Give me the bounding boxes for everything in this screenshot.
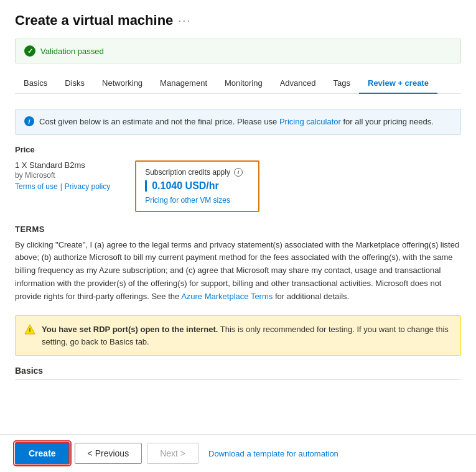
content-area: Cost given below is an estimate and not … <box>15 94 461 386</box>
validation-text: Validation passed <box>40 47 104 56</box>
privacy-policy-link[interactable]: Privacy policy <box>65 182 110 191</box>
link-separator: | <box>60 182 62 191</box>
terms-title: TERMS <box>15 224 461 234</box>
terms-text: By clicking "Create", I (a) agree to the… <box>15 239 461 303</box>
info-text-after: for all your pricing needs. <box>341 117 434 126</box>
previous-button[interactable]: < Previous <box>75 443 142 464</box>
svg-text:!: ! <box>29 327 31 333</box>
price-row: 1 X Standard B2ms by Microsoft Terms of … <box>15 160 461 212</box>
tab-disks[interactable]: Disks <box>56 73 93 94</box>
info-text-before: Cost given below is an estimate and not … <box>39 117 279 126</box>
azure-marketplace-terms-link[interactable]: Azure Marketplace Terms <box>181 292 273 301</box>
tab-basics[interactable]: Basics <box>15 73 56 94</box>
info-banner: Cost given below is an estimate and not … <box>15 109 461 135</box>
credits-title-text: Subscription credits apply <box>145 168 230 177</box>
validation-banner: Validation passed <box>15 39 461 63</box>
warning-icon: ! <box>24 324 35 335</box>
page-title-dots: ··· <box>178 14 191 27</box>
terms-text-after: for additional details. <box>273 292 349 301</box>
info-text: Cost given below is an estimate and not … <box>39 116 434 128</box>
price-links: Terms of use | Privacy policy <box>15 182 110 191</box>
create-button[interactable]: Create <box>15 442 70 465</box>
credits-link: Pricing for other VM sizes <box>145 195 250 205</box>
tab-management[interactable]: Management <box>151 73 216 94</box>
credits-title-row: Subscription credits apply i <box>145 168 250 177</box>
vm-publisher: by Microsoft <box>15 171 110 180</box>
warning-banner: ! You have set RDP port(s) open to the i… <box>15 315 461 356</box>
warning-text: You have set RDP port(s) open to the int… <box>42 323 452 348</box>
credits-box: Subscription credits apply i 0.1040 USD/… <box>135 160 259 212</box>
next-button[interactable]: Next > <box>147 443 198 464</box>
warning-bold-text: You have set RDP port(s) open to the int… <box>42 325 218 334</box>
download-template-link[interactable]: Download a template for automation <box>208 449 338 458</box>
tab-networking[interactable]: Networking <box>93 73 151 94</box>
basics-title: Basics <box>15 366 461 380</box>
page-title: Create a virtual machine <box>15 12 173 29</box>
tab-tags[interactable]: Tags <box>325 73 359 94</box>
price-section: Price 1 X Standard B2ms by Microsoft Ter… <box>15 145 461 212</box>
credits-info-icon[interactable]: i <box>234 168 243 177</box>
validation-check-icon <box>24 45 35 57</box>
basics-section: Basics <box>15 366 461 380</box>
info-icon <box>24 116 34 126</box>
tab-navigation: Basics Disks Networking Management Monit… <box>15 73 461 94</box>
tab-monitoring[interactable]: Monitoring <box>216 73 271 94</box>
pricing-calculator-link[interactable]: Pricing calculator <box>279 117 341 126</box>
other-vm-sizes-link[interactable]: Pricing for other VM sizes <box>145 196 230 205</box>
credits-price: 0.1040 USD/hr <box>145 180 250 192</box>
price-left: 1 X Standard B2ms by Microsoft Terms of … <box>15 160 110 191</box>
terms-of-use-link[interactable]: Terms of use <box>15 182 58 191</box>
price-label: Price <box>15 145 461 154</box>
footer: Create < Previous Next > Download a temp… <box>0 434 476 472</box>
terms-section: TERMS By clicking "Create", I (a) agree … <box>15 224 461 303</box>
tab-advanced[interactable]: Advanced <box>271 73 325 94</box>
vm-name: 1 X Standard B2ms <box>15 160 110 170</box>
tab-review-create[interactable]: Review + create <box>359 73 437 94</box>
